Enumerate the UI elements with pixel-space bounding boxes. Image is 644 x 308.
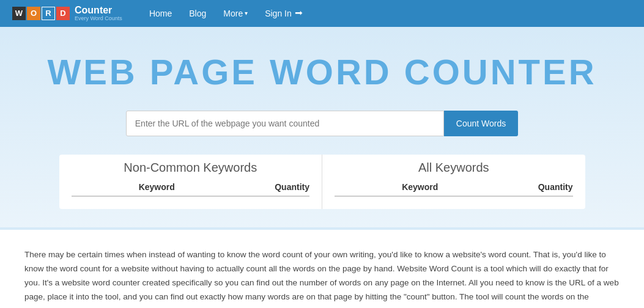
- nav-blog[interactable]: Blog: [180, 0, 215, 27]
- logo-w: W: [12, 7, 26, 20]
- logo-text: Counter Every Word Counts: [75, 5, 122, 21]
- signin-icon: ⮕: [295, 0, 303, 27]
- logo-r: R: [42, 7, 55, 20]
- all-keyword-col: Keyword: [335, 182, 506, 192]
- non-common-keywords-table: Non-Common Keywords Keyword Quantity: [59, 155, 323, 209]
- non-common-keyword-col: Keyword: [72, 182, 243, 192]
- nav-home[interactable]: Home: [141, 0, 180, 27]
- all-keywords-header: Keyword Quantity: [335, 182, 573, 197]
- count-words-button[interactable]: Count Words: [444, 111, 518, 136]
- page-title: WEB PAGE WORD COUNTER: [12, 51, 632, 92]
- url-form: Count Words: [12, 111, 632, 136]
- non-common-quantity-col: Quantity: [248, 182, 309, 192]
- url-input[interactable]: [126, 111, 444, 136]
- keyword-tables: Non-Common Keywords Keyword Quantity All…: [59, 155, 585, 209]
- info-section: There may be certain times when instead …: [0, 227, 644, 308]
- nav-links: Home Blog More ▾ Sign In ⮕: [141, 0, 312, 27]
- info-paragraph-1: There may be certain times when instead …: [24, 248, 620, 308]
- all-keywords-title: All Keywords: [335, 161, 573, 175]
- logo[interactable]: W O R D Counter Every Word Counts: [12, 5, 122, 21]
- non-common-header: Keyword Quantity: [72, 182, 310, 197]
- hero-section: WEB PAGE WORD COUNTER Count Words Non-Co…: [0, 27, 644, 227]
- non-common-title: Non-Common Keywords: [72, 161, 310, 175]
- logo-letters: W O R D: [12, 7, 70, 20]
- logo-tagline: Every Word Counts: [75, 16, 122, 22]
- chevron-down-icon: ▾: [245, 0, 248, 27]
- logo-counter-label: Counter: [75, 5, 122, 16]
- all-quantity-col: Quantity: [512, 182, 573, 192]
- all-keywords-table: All Keywords Keyword Quantity: [322, 155, 585, 209]
- nav-more-label: More: [223, 0, 243, 27]
- navbar: W O R D Counter Every Word Counts Home B…: [0, 0, 644, 27]
- nav-more[interactable]: More ▾: [215, 0, 256, 27]
- logo-o: O: [27, 7, 40, 20]
- logo-d: D: [56, 7, 70, 20]
- nav-signin-label: Sign In: [265, 0, 292, 27]
- nav-signin[interactable]: Sign In ⮕: [256, 0, 312, 27]
